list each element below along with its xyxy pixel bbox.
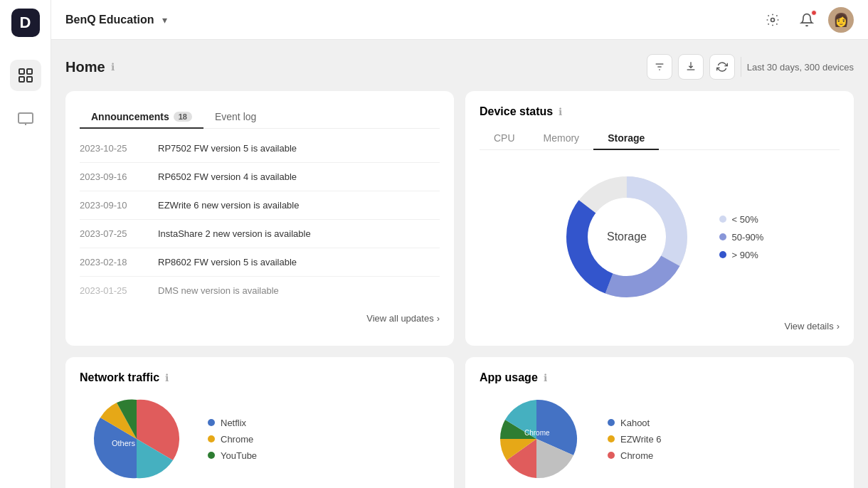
legend-item-chrome: Chrome: [608, 450, 662, 461]
svg-point-7: [771, 18, 775, 21]
filter-button[interactable]: [647, 54, 672, 80]
donut-chart: Storage: [556, 166, 698, 308]
svg-rect-1: [27, 69, 32, 74]
legend-dot-chrome-app: [608, 452, 615, 459]
tab-announcements[interactable]: Announcements 18: [80, 105, 203, 128]
svg-rect-0: [19, 69, 24, 74]
legend-item-netflix: Netflix: [208, 418, 257, 428]
toolbar-divider: [741, 57, 741, 77]
download-button[interactable]: [678, 54, 704, 80]
dashboard-grid: Announcements 18 Event log 2023-10-25 RP…: [65, 91, 854, 488]
view-details-link[interactable]: View details ›: [480, 315, 840, 331]
app-usage-title: App usage: [480, 371, 538, 384]
top-header: BenQ Education ▾ 👩: [51, 0, 868, 40]
sidebar: D: [0, 0, 51, 488]
legend-item-kahoot: Kahoot: [608, 418, 662, 428]
network-traffic-card: Network traffic ℹ: [65, 357, 454, 488]
legend-dot-chrome: [208, 435, 215, 442]
network-traffic-chart-area: Others Netflix Chrome: [80, 393, 440, 485]
refresh-button[interactable]: [709, 54, 735, 80]
settings-button[interactable]: [760, 7, 785, 33]
tab-event-log[interactable]: Event log: [203, 105, 268, 128]
svg-rect-3: [27, 77, 32, 82]
announcement-list: 2023-10-25 RP7502 FW version 5 is availa…: [80, 134, 440, 304]
announcements-badge: 18: [174, 112, 192, 122]
legend-dot-kahoot: [608, 419, 615, 426]
tab-memory[interactable]: Memory: [529, 127, 594, 149]
chevron-down-icon[interactable]: ▾: [162, 14, 167, 26]
tab-cpu[interactable]: CPU: [480, 127, 529, 149]
svg-rect-2: [19, 77, 24, 82]
legend-dot-netflix: [208, 419, 215, 426]
announcement-row: 2023-01-25 DMS new version is available: [80, 277, 440, 304]
legend-dot-50-90: [719, 233, 726, 240]
device-status-card: Device status ℹ CPU Memory Storage: [465, 91, 854, 346]
org-name: BenQ Education: [65, 14, 154, 26]
page-title: Home: [65, 59, 105, 75]
network-pie-chart: Others: [80, 393, 194, 485]
sidebar-item-dashboard[interactable]: [10, 60, 41, 91]
app-usage-legend: Kahoot EZWrite 6 Chrome: [608, 418, 662, 461]
view-all-updates-link[interactable]: View all updates ›: [80, 304, 440, 324]
announcement-row: 2023-02-18 RP8602 FW version 5 is availa…: [80, 248, 440, 277]
svg-text:Others: Others: [112, 439, 136, 447]
device-status-tabs: CPU Memory Storage: [480, 127, 840, 150]
sidebar-nav: [10, 60, 41, 134]
announcement-row: 2023-07-25 InstaShare 2 new version is a…: [80, 220, 440, 248]
app-usage-info-icon[interactable]: ℹ: [544, 372, 547, 383]
device-status-title: Device status: [480, 105, 553, 118]
legend-dot-youtube: [208, 452, 215, 459]
tab-storage[interactable]: Storage: [593, 127, 659, 149]
app-usage-header: App usage ℹ: [480, 371, 840, 384]
legend-item-youtube: YouTube: [208, 450, 257, 461]
logo[interactable]: D: [11, 9, 40, 37]
page-toolbar: Last 30 days, 300 devices: [647, 54, 854, 80]
main-content: BenQ Education ▾ 👩 Home ℹ: [51, 0, 868, 488]
notification-button[interactable]: [794, 7, 820, 33]
announcements-card: Announcements 18 Event log 2023-10-25 RP…: [65, 91, 454, 346]
donut-chart-area: Storage < 50% 50-90%: [480, 159, 840, 315]
device-status-info-icon[interactable]: ℹ: [559, 106, 562, 117]
page-info-icon[interactable]: ℹ: [111, 61, 115, 73]
donut-legend: < 50% 50-90% > 90%: [719, 214, 764, 260]
legend-item-gt90: > 90%: [719, 250, 764, 260]
legend-item-lt50: < 50%: [719, 214, 764, 225]
legend-dot-lt50: [719, 216, 726, 223]
meta-info: Last 30 days, 300 devices: [747, 62, 854, 73]
legend-item-50-90: 50-90%: [719, 232, 764, 243]
app-usage-card: App usage ℹ: [465, 357, 854, 488]
network-traffic-info-icon[interactable]: ℹ: [165, 372, 169, 383]
header-actions: 👩: [760, 7, 854, 33]
network-traffic-title: Network traffic: [80, 371, 159, 384]
sidebar-item-devices[interactable]: [10, 102, 41, 134]
network-traffic-header: Network traffic ℹ: [80, 371, 440, 384]
page: Home ℹ Last: [51, 40, 868, 488]
network-traffic-legend: Netflix Chrome YouTube: [208, 418, 257, 461]
announcements-tabs: Announcements 18 Event log: [80, 105, 440, 129]
app-usage-chart-area: Chrome Kahoot EZWrite 6: [480, 393, 840, 485]
legend-item-ezwrite: EZWrite 6: [608, 434, 662, 445]
page-header: Home ℹ Last: [65, 54, 854, 80]
legend-dot-ezwrite: [608, 435, 615, 442]
announcement-row: 2023-09-16 RP6502 FW version 4 is availa…: [80, 163, 440, 191]
svg-rect-4: [18, 113, 33, 123]
avatar[interactable]: 👩: [828, 7, 854, 33]
announcement-row: 2023-10-25 RP7502 FW version 5 is availa…: [80, 134, 440, 163]
svg-text:Storage: Storage: [607, 230, 647, 243]
svg-text:Chrome: Chrome: [524, 429, 550, 437]
announcement-row: 2023-09-10 EZWrite 6 new version is avai…: [80, 191, 440, 220]
app-usage-pie-chart: Chrome: [480, 393, 593, 485]
device-status-header: Device status ℹ: [480, 105, 840, 118]
legend-dot-gt90: [719, 251, 726, 258]
legend-item-chrome: Chrome: [208, 434, 257, 445]
